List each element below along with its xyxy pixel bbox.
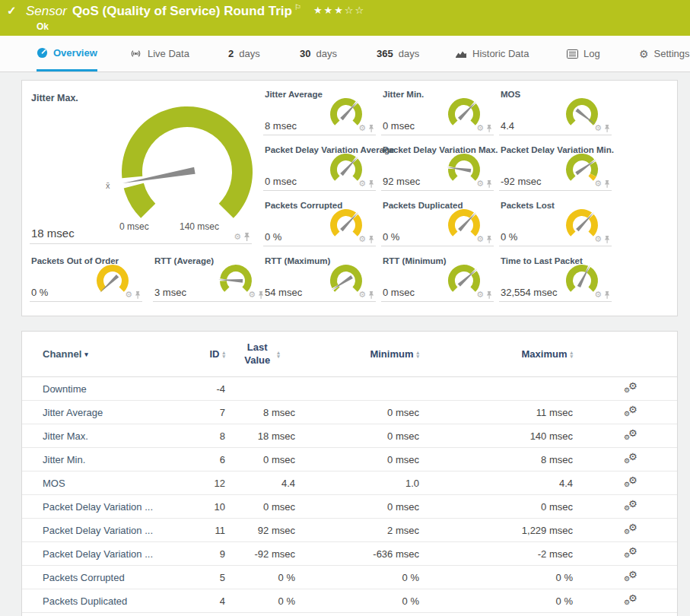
broadcast-icon	[129, 49, 142, 59]
gauge-tile-packet-delay-variation-average: Packet Delay Variation Average0 msec⚙	[263, 142, 376, 191]
tab-2-days[interactable]: 2days	[228, 36, 260, 71]
gauge-value: 0 %	[383, 231, 399, 243]
gauge-tile-packets-lost: Packets Lost0 %⚙	[499, 198, 612, 246]
channel-settings-gear-icon[interactable]: ⚙	[125, 291, 132, 299]
channel-settings-gear-icon[interactable]: ⚙	[476, 124, 484, 132]
column-header-id[interactable]: ID▴▾	[183, 348, 225, 360]
edit-channel-gears-icon[interactable]: ⚙⚙	[623, 405, 640, 419]
gauge-value: 32,554 msec	[501, 287, 557, 298]
channel-minimum: 0 msec	[295, 454, 419, 465]
channel-settings-gear-icon[interactable]: ⚙	[358, 291, 366, 299]
tab-settings[interactable]: ⚙Settings	[639, 36, 690, 71]
channel-name-link[interactable]: Packet Delay Variation ...	[22, 525, 183, 536]
pin-icon[interactable]	[368, 179, 374, 188]
channel-settings-gear-icon[interactable]: ⚙	[476, 179, 484, 188]
channel-settings-gear-icon[interactable]: ⚙	[358, 124, 366, 132]
channel-name-link[interactable]: Packets Duplicated	[22, 595, 183, 607]
tab-log[interactable]: Log	[567, 36, 600, 71]
channel-maximum: 0 msec	[419, 501, 573, 513]
tab-30-days[interactable]: 30days	[300, 36, 337, 71]
column-header-maximum[interactable]: Maximum▴▾	[419, 348, 573, 360]
tab-label: days	[399, 48, 419, 59]
table-row: Packets Corrupted50 %0 %0 %⚙⚙	[22, 566, 677, 589]
pin-icon[interactable]	[604, 235, 610, 243]
column-header-last-value[interactable]: Last Value▴▾	[225, 341, 295, 367]
channel-minimum: 0 %	[295, 572, 419, 583]
edit-channel-gears-icon[interactable]: ⚙⚙	[623, 594, 640, 608]
tab-live-data[interactable]: Live Data	[129, 36, 189, 71]
channel-id: 4	[183, 595, 225, 607]
channel-minimum: -636 msec	[295, 548, 419, 560]
star-rating[interactable]: ★★★☆☆	[313, 5, 365, 16]
sort-icon[interactable]: ▴▾	[570, 351, 573, 358]
column-header-channel[interactable]: Channel▾	[22, 348, 183, 360]
gauge-tile-packets-duplicated: Packets Duplicated0 %⚙	[381, 198, 494, 246]
edit-channel-gears-icon[interactable]: ⚙⚙	[623, 500, 640, 513]
table-row: Packet Delay Variation ...100 msec0 msec…	[22, 495, 677, 519]
chart-icon	[455, 49, 467, 59]
pin-icon[interactable]	[368, 124, 374, 132]
edit-channel-gears-icon[interactable]: ⚙⚙	[623, 429, 640, 443]
channel-settings-gear-icon[interactable]: ⚙	[476, 291, 484, 299]
channel-settings-gear-icon[interactable]: ⚙	[594, 124, 602, 132]
pin-icon[interactable]	[604, 179, 610, 188]
pin-icon[interactable]	[368, 235, 374, 243]
gauge-title: MOS	[501, 90, 520, 99]
channel-settings-gear-icon[interactable]: ⚙	[234, 233, 241, 241]
channel-settings-gear-icon[interactable]: ⚙	[594, 179, 602, 188]
table-row: Jitter Average78 msec0 msec11 msec⚙⚙	[22, 401, 677, 424]
pin-icon[interactable]	[243, 232, 250, 241]
pin-icon[interactable]	[486, 291, 492, 299]
channel-name-link[interactable]: Jitter Average	[22, 407, 183, 418]
tile-corner-icons: ⚙	[125, 291, 141, 299]
channel-name-link[interactable]: Downtime	[22, 383, 183, 395]
pin-icon[interactable]	[486, 179, 492, 188]
channel-settings-gear-icon[interactable]: ⚙	[248, 291, 256, 299]
channel-maximum: 140 msec	[419, 430, 573, 442]
channel-settings-gear-icon[interactable]: ⚙	[358, 179, 366, 188]
gauge-scale-min-label: 0 msec	[119, 221, 149, 232]
column-header-minimum[interactable]: Minimum▴▾	[295, 348, 419, 360]
gauge-scale-max-label: 140 msec	[180, 221, 219, 232]
pin-icon[interactable]	[368, 291, 374, 299]
channel-id: 12	[183, 478, 225, 489]
tab-historic-data[interactable]: Historic Data	[455, 36, 529, 71]
edit-channel-gears-icon[interactable]: ⚙⚙	[623, 382, 640, 395]
gauge-tile-jitter-max: Jitter Max. x̄ 0 msec 140 msec 18 msec ⚙	[30, 87, 252, 244]
page-title: QoS (Quality of Service) Round Trip	[72, 4, 292, 18]
edit-channel-gears-icon[interactable]: ⚙⚙	[623, 547, 640, 560]
sort-desc-icon[interactable]: ▾	[84, 351, 88, 358]
pin-icon[interactable]	[486, 235, 492, 243]
channel-maximum: 4.4	[419, 478, 573, 489]
gauge-value: 8 msec	[265, 120, 297, 132]
tab-365-days[interactable]: 365days	[377, 36, 419, 71]
tile-corner-icons: ⚙	[594, 179, 610, 188]
channel-maximum: 0 %	[419, 572, 573, 583]
channel-settings-gear-icon[interactable]: ⚙	[476, 235, 484, 243]
gauge-tile-time-to-last-packet: Time to Last Packet32,554 msec⚙	[499, 253, 612, 302]
channel-last-value: 0 %	[225, 572, 295, 583]
pin-icon[interactable]	[486, 124, 492, 132]
tab-label: days	[239, 48, 259, 59]
channel-name-link[interactable]: Packet Delay Variation ...	[22, 548, 183, 560]
channel-id: 9	[183, 548, 225, 560]
sort-icon[interactable]: ▴▾	[277, 351, 280, 358]
pin-icon[interactable]	[604, 291, 610, 299]
channel-name-link[interactable]: Packet Delay Variation ...	[22, 501, 183, 513]
tab-overview[interactable]: Overview	[37, 36, 97, 71]
channel-name-link[interactable]: Packets Corrupted	[22, 572, 183, 583]
priority-flag-icon[interactable]: ⚐	[294, 3, 301, 11]
edit-channel-gears-icon[interactable]: ⚙⚙	[623, 476, 640, 490]
channel-name-link[interactable]: Jitter Max.	[22, 430, 183, 442]
pin-icon[interactable]	[604, 124, 610, 132]
edit-channel-gears-icon[interactable]: ⚙⚙	[623, 452, 640, 466]
channel-settings-gear-icon[interactable]: ⚙	[358, 235, 366, 243]
pin-icon[interactable]	[135, 291, 141, 299]
tile-corner-icons: ⚙	[358, 291, 374, 299]
edit-channel-gears-icon[interactable]: ⚙⚙	[623, 570, 640, 584]
channel-name-link[interactable]: MOS	[22, 478, 183, 489]
channel-settings-gear-icon[interactable]: ⚙	[594, 235, 602, 243]
channel-name-link[interactable]: Jitter Min.	[22, 454, 183, 465]
channel-settings-gear-icon[interactable]: ⚙	[594, 291, 602, 299]
edit-channel-gears-icon[interactable]: ⚙⚙	[623, 523, 640, 537]
